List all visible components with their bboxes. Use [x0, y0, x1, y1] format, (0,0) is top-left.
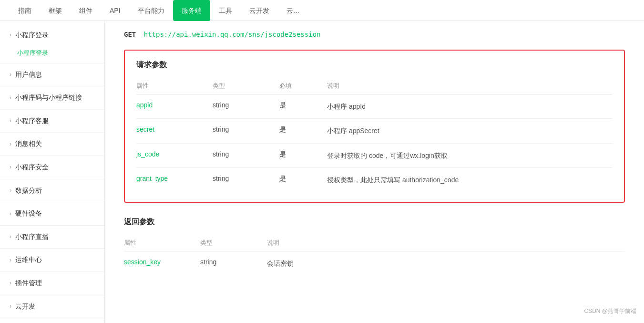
- sidebar-item-analytics[interactable]: › 数据分析: [0, 181, 104, 200]
- param-attr: secret: [136, 119, 213, 143]
- nav-item-cloud2[interactable]: 云…: [278, 0, 308, 21]
- param-type: string: [213, 168, 279, 192]
- top-nav: 指南 框架 组件 API 平台能力 服务端 工具 云开发 云…: [0, 0, 644, 21]
- arrow-icon-11: ›: [10, 279, 11, 287]
- param-required: 是: [279, 168, 327, 192]
- sidebar-divider-3: [0, 109, 104, 110]
- sidebar-item-hardware[interactable]: › 硬件设备: [0, 204, 104, 223]
- param-attr: grant_type: [136, 168, 213, 192]
- sidebar-item-security[interactable]: › 小程序安全: [0, 158, 104, 177]
- sidebar-group-security: › 小程序安全: [0, 158, 104, 177]
- nav-item-api[interactable]: API: [101, 0, 129, 21]
- sidebar-divider-12: [0, 318, 104, 318]
- sidebar-item-cs[interactable]: › 小程序客服: [0, 112, 104, 131]
- sidebar-item-nearby[interactable]: › 附近小程序: [0, 320, 104, 323]
- return-param-attr: session_key: [124, 251, 200, 275]
- table-row: js_code string 是 登录时获取的 code，可通过wx.login…: [136, 143, 613, 167]
- return-param-desc: 会话密钥: [267, 251, 625, 275]
- return-col-header-type: 类型: [200, 235, 267, 251]
- api-method: GET: [124, 31, 136, 38]
- main-layout: › 小程序登录 小程序登录 › 用户信息 › 小程序码与小程序链接: [0, 21, 644, 323]
- arrow-icon-2: ›: [10, 71, 11, 79]
- sidebar-group-msg: › 消息相关: [0, 135, 104, 154]
- return-params-section: 返回参数 属性 类型 说明 session_key string 会话密钥: [124, 217, 625, 275]
- table-row: secret string 是 小程序 appSecret: [136, 119, 613, 143]
- request-params-table: 属性 类型 必填 说明 appid string 是 小程序 appId sec…: [136, 78, 613, 192]
- sidebar-group-qrcode: › 小程序码与小程序链接: [0, 88, 104, 107]
- sidebar-divider-6: [0, 179, 104, 179]
- sidebar-item-qrcode[interactable]: › 小程序码与小程序链接: [0, 88, 104, 107]
- arrow-icon-8: ›: [10, 210, 11, 218]
- sidebar-item-live[interactable]: › 小程序直播: [0, 228, 104, 247]
- return-params-table: 属性 类型 说明 session_key string 会话密钥: [124, 235, 625, 275]
- sidebar-sub-item-miniprogram-login[interactable]: 小程序登录: [0, 45, 104, 61]
- sidebar-group-hardware: › 硬件设备: [0, 204, 104, 223]
- return-param-type: string: [200, 251, 267, 275]
- sidebar-group-cloud-dev: › 云开发: [0, 297, 104, 316]
- sidebar-group-cs: › 小程序客服: [0, 112, 104, 131]
- api-url-line: GET https://api.weixin.qq.com/sns/jscode…: [124, 31, 625, 38]
- arrow-icon-5: ›: [10, 140, 11, 148]
- nav-item-framework[interactable]: 框架: [40, 0, 71, 21]
- return-table-header-row: 属性 类型 说明: [124, 235, 625, 251]
- param-required: 是: [279, 94, 327, 119]
- nav-item-platform[interactable]: 平台能力: [129, 0, 173, 21]
- param-required: 是: [279, 119, 327, 143]
- table-row: grant_type string 是 授权类型，此处只需填写 authoriz…: [136, 168, 613, 192]
- sidebar-divider-8: [0, 225, 104, 226]
- col-header-attr: 属性: [136, 78, 213, 94]
- return-params-title: 返回参数: [124, 217, 625, 227]
- param-desc: 小程序 appId: [327, 94, 613, 119]
- sidebar-item-cloud-dev[interactable]: › 云开发: [0, 297, 104, 316]
- arrow-icon-12: ›: [10, 302, 11, 311]
- param-desc: 登录时获取的 code，可通过wx.login获取: [327, 143, 613, 167]
- sidebar-item-ops[interactable]: › 运维中心: [0, 250, 104, 270]
- table-header-row: 属性 类型 必填 说明: [136, 78, 613, 94]
- sidebar-group-userinfo: › 用户信息: [0, 65, 104, 84]
- arrow-icon-4: ›: [10, 117, 11, 125]
- sidebar-group-analytics: › 数据分析: [0, 181, 104, 200]
- sidebar-item-msg[interactable]: › 消息相关: [0, 135, 104, 154]
- col-header-desc: 说明: [327, 78, 613, 94]
- nav-item-tools[interactable]: 工具: [210, 0, 241, 21]
- nav-item-component[interactable]: 组件: [71, 0, 101, 21]
- param-type: string: [213, 94, 279, 119]
- sidebar-group-ops: › 运维中心: [0, 250, 104, 270]
- col-header-type: 类型: [213, 78, 279, 94]
- arrow-icon-3: ›: [10, 94, 11, 102]
- sidebar-divider-4: [0, 132, 104, 133]
- arrow-icon-7: ›: [10, 187, 11, 195]
- param-attr: appid: [136, 94, 213, 119]
- arrow-icon-6: ›: [10, 163, 11, 171]
- main-content: GET https://api.weixin.qq.com/sns/jscode…: [105, 21, 644, 323]
- sidebar-divider-5: [0, 156, 104, 156]
- request-params-section: 请求参数 属性 类型 必填 说明 appid string 是 小程序 appI…: [124, 50, 625, 203]
- arrow-icon: ›: [10, 31, 11, 39]
- nav-item-guide[interactable]: 指南: [10, 0, 40, 21]
- nav-item-cloud[interactable]: 云开发: [241, 0, 278, 21]
- param-type: string: [213, 143, 279, 167]
- sidebar-divider-7: [0, 202, 104, 202]
- param-type: string: [213, 119, 279, 143]
- api-endpoint: https://api.weixin.qq.com/sns/jscode2ses…: [144, 31, 321, 38]
- sidebar-item-userinfo[interactable]: › 用户信息: [0, 65, 104, 84]
- sidebar-divider-1: [0, 63, 104, 63]
- sidebar-group-live: › 小程序直播: [0, 228, 104, 247]
- return-col-header-attr: 属性: [124, 235, 200, 251]
- sidebar-divider-9: [0, 248, 104, 249]
- sidebar-item-plugin[interactable]: › 插件管理: [0, 274, 104, 293]
- sidebar-item-miniprogram-login-group[interactable]: › 小程序登录: [0, 26, 104, 45]
- return-table-row: session_key string 会话密钥: [124, 251, 625, 275]
- sidebar-group-login: › 小程序登录 小程序登录: [0, 26, 104, 61]
- col-header-required: 必填: [279, 78, 327, 94]
- param-desc: 授权类型，此处只需填写 authorization_code: [327, 168, 613, 192]
- sidebar-group-nearby: › 附近小程序: [0, 320, 104, 323]
- return-col-header-desc: 说明: [267, 235, 625, 251]
- sidebar: › 小程序登录 小程序登录 › 用户信息 › 小程序码与小程序链接: [0, 21, 105, 323]
- param-attr: js_code: [136, 143, 213, 167]
- param-required: 是: [279, 143, 327, 167]
- sidebar-group-plugin: › 插件管理: [0, 274, 104, 293]
- nav-item-server[interactable]: 服务端: [173, 0, 210, 21]
- watermark: CSDN @燕哥学前端: [584, 307, 636, 315]
- param-desc: 小程序 appSecret: [327, 119, 613, 143]
